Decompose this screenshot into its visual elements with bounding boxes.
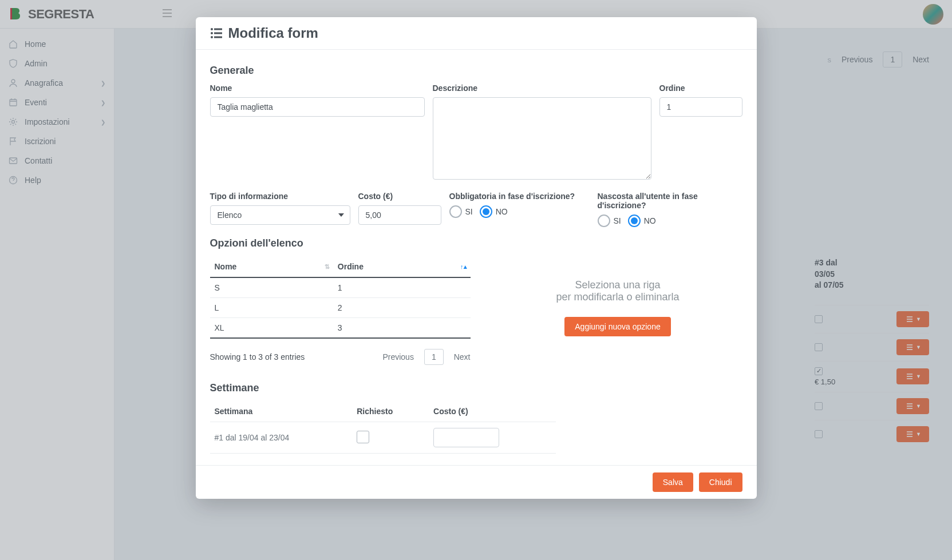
modal-edit-form: Modifica form Generale Nome Descrizione … — [196, 17, 757, 29]
svg-point-5 — [211, 28, 213, 29]
modal-header: Modifica form — [196, 17, 757, 29]
modal-title: Modifica form — [228, 25, 318, 29]
svg-rect-6 — [214, 29, 222, 29]
list-icon — [210, 27, 223, 29]
